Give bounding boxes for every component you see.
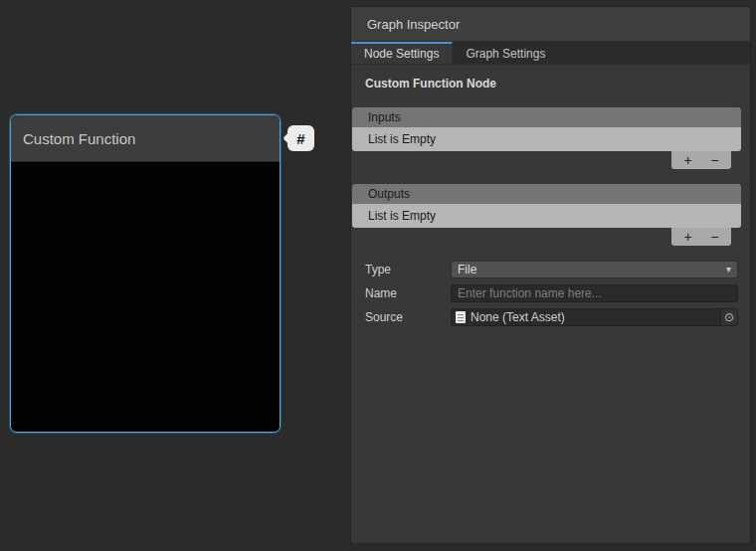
- inputs-list-header: Inputs: [352, 107, 741, 127]
- inputs-list-title: Inputs: [368, 110, 401, 124]
- badge-notch: [283, 132, 293, 143]
- inputs-remove-button[interactable]: −: [704, 153, 724, 167]
- field-group: Type File ▾ Name Source None (Text Asset…: [351, 261, 750, 326]
- outputs-remove-button[interactable]: −: [704, 230, 724, 244]
- hash-badge[interactable]: #: [287, 125, 314, 151]
- name-row: Name: [365, 284, 738, 302]
- tab-graph-settings[interactable]: Graph Settings: [453, 42, 558, 64]
- tab-graph-settings-label: Graph Settings: [466, 47, 545, 61]
- hash-icon: #: [296, 130, 304, 147]
- node-body: [11, 162, 280, 431]
- tab-node-settings-label: Node Settings: [364, 47, 439, 61]
- type-dropdown-value: File: [458, 263, 726, 276]
- custom-function-node[interactable]: Custom Function: [10, 114, 281, 433]
- inspector-content: Custom Function Node Inputs List is Empt…: [351, 77, 750, 326]
- type-label: Type: [365, 263, 451, 276]
- outputs-list-header: Outputs: [352, 184, 741, 204]
- outputs-list-footer: + −: [671, 228, 731, 246]
- tab-bar: Node Settings Graph Settings: [351, 42, 750, 65]
- type-dropdown[interactable]: File ▾: [451, 261, 738, 278]
- inputs-list: Inputs List is Empty + −: [352, 107, 741, 169]
- outputs-empty-label: List is Empty: [368, 209, 436, 223]
- inputs-list-footer: + −: [671, 151, 731, 169]
- source-object-value: None (Text Asset): [471, 310, 720, 324]
- outputs-list-empty-row: List is Empty: [352, 204, 741, 228]
- inputs-add-button[interactable]: +: [678, 153, 698, 167]
- name-label: Name: [365, 286, 451, 300]
- function-name-input[interactable]: [451, 284, 738, 302]
- source-row: Source None (Text Asset) ⊙: [365, 308, 738, 326]
- source-object-field[interactable]: None (Text Asset) ⊙: [451, 308, 738, 326]
- inputs-empty-label: List is Empty: [368, 132, 436, 146]
- inspector-title: Graph Inspector: [367, 17, 460, 32]
- type-row: Type File ▾: [365, 261, 738, 278]
- inspector-header[interactable]: Graph Inspector: [351, 7, 750, 42]
- text-asset-icon: [456, 311, 466, 323]
- outputs-list-title: Outputs: [368, 187, 410, 201]
- inputs-list-empty-row: List is Empty: [352, 127, 741, 151]
- section-title: Custom Function Node: [365, 77, 736, 91]
- node-header[interactable]: Custom Function: [11, 115, 280, 162]
- graph-canvas[interactable]: Custom Function # Graph Inspector Node S…: [0, 0, 756, 551]
- chevron-down-icon: ▾: [726, 265, 731, 275]
- tab-node-settings[interactable]: Node Settings: [351, 42, 453, 64]
- source-label: Source: [365, 310, 451, 324]
- graph-inspector-panel: Graph Inspector Node Settings Graph Sett…: [350, 6, 751, 544]
- object-picker-icon[interactable]: ⊙: [720, 309, 737, 325]
- node-title: Custom Function: [23, 130, 135, 147]
- outputs-add-button[interactable]: +: [678, 230, 698, 244]
- outputs-list: Outputs List is Empty + −: [352, 184, 741, 246]
